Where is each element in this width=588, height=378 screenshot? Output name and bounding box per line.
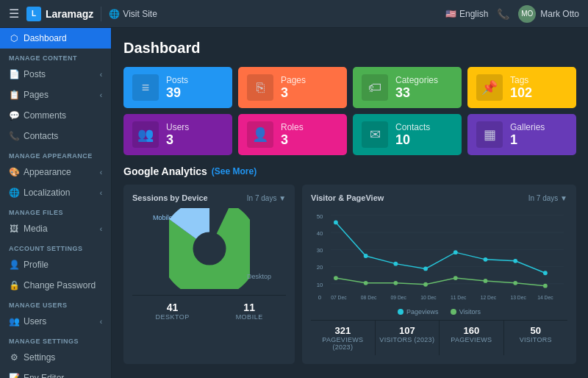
posts-value: 39 [166, 85, 188, 101]
pages-icon: 📋 [9, 90, 19, 100]
svg-point-25 [423, 267, 428, 271]
users-card-info: Users 3 [166, 122, 189, 148]
flag-icon: 🇺🇸 [445, 9, 456, 19]
svg-text:07 Dec: 07 Dec [331, 295, 347, 300]
analytics-header: Google Analytics (See More) [123, 165, 576, 177]
appearance-icon: 🎨 [9, 167, 19, 177]
see-more-link[interactable]: (See More) [212, 166, 257, 176]
language-selector[interactable]: 🇺🇸 English [445, 9, 488, 19]
pie-chart-container: Mobile Desktop [132, 208, 286, 289]
svg-point-32 [393, 281, 398, 285]
sidebar-item-contacts[interactable]: 📞 Contacts [0, 126, 111, 146]
comments-icon: 💬 [9, 110, 19, 121]
sidebar-item-comments[interactable]: 💬 Comments [0, 105, 111, 126]
user-menu[interactable]: MO Mark Otto [518, 5, 579, 23]
stat-card-roles: 👤 Roles 3 [238, 114, 347, 155]
svg-text:14 Dec: 14 Dec [537, 295, 553, 300]
sessions-period[interactable]: In 7 days ▼ [247, 194, 286, 202]
desktop-value: 41 [155, 302, 189, 313]
media-icon: 🖼 [9, 224, 19, 234]
sidebar-item-appearance[interactable]: 🎨 Appearance ‹ [0, 162, 111, 182]
topbar: ☰ L Laramagz 🌐 Visit Site 🇺🇸 English 📞 M… [0, 0, 588, 28]
avatar: MO [518, 5, 536, 23]
section-manage-users: MANAGE USERS [0, 296, 111, 311]
sidebar-item-settings[interactable]: ⚙ Settings [0, 347, 111, 368]
chevron-icon: ‹ [100, 225, 102, 233]
localization-icon: 🌐 [9, 188, 19, 198]
visitor-chart-title: Visitor & PageView [311, 193, 384, 202]
settings-icon: ⚙ [9, 352, 19, 363]
svg-point-24 [393, 262, 398, 266]
pie-stats: 41 DESKTOP 11 MOBILE [132, 295, 286, 321]
pageviews-2023-stat: 321 PAGEVIEWS (2023) [311, 321, 375, 355]
mobile-label-tag: Mobile [153, 214, 173, 221]
roles-label: Roles [281, 122, 304, 132]
sessions-chart-title: Sessions by Device [132, 193, 208, 202]
sidebar-item-posts[interactable]: 📄 Posts ‹ [0, 64, 111, 85]
users-label: Users [166, 122, 189, 132]
stat-card-galleries: ▦ Galleries 1 [467, 114, 576, 155]
sidebar-item-users[interactable]: 👥 Users ‹ [0, 311, 111, 332]
sidebar-item-env-editor[interactable]: 📝 Env Editor [0, 368, 111, 378]
contacts-label: Contacts [395, 122, 430, 132]
mobile-value: 11 [236, 302, 263, 313]
sidebar-item-media[interactable]: 🖼 Media ‹ [0, 218, 111, 239]
svg-text:40: 40 [317, 230, 323, 237]
section-account-settings: ACCOUNT SETTINGS [0, 239, 111, 254]
stat-cards-grid: ≡ Posts 39 ⎘ Pages 3 🏷 Categories 33 [123, 67, 576, 155]
chevron-icon: ‹ [100, 318, 102, 326]
svg-point-22 [334, 221, 338, 225]
visit-site-link[interactable]: 🌐 Visit Site [109, 9, 157, 19]
section-manage-files: MANAGE FILES [0, 203, 111, 218]
pageviews-2023-label: PAGEVIEWS (2023) [314, 336, 371, 351]
visitor-chart-card: Visitor & PageView In 7 days ▼ 50 40 30 … [302, 185, 576, 364]
sidebar-item-profile[interactable]: 👤 Profile [0, 254, 111, 275]
username: Mark Otto [540, 9, 579, 19]
stat-card-pages: ⎘ Pages 3 [238, 67, 347, 108]
sidebar: ⬡ Dashboard MANAGE CONTENT 📄 Posts ‹ 📋 P… [0, 28, 112, 378]
users-value: 3 [166, 132, 189, 148]
phone-icon[interactable]: 📞 [497, 8, 509, 20]
stat-card-users: 👥 Users 3 [123, 114, 232, 155]
section-manage-settings: MANAGE SETTINGS [0, 332, 111, 347]
sidebar-item-change-password[interactable]: 🔒 Change Password [0, 275, 111, 296]
svg-text:0: 0 [318, 294, 321, 301]
svg-point-34 [453, 276, 458, 280]
contacts-card-icon: ✉ [362, 121, 388, 148]
visitor-period[interactable]: In 7 days ▼ [528, 194, 567, 202]
visitor-chart-header: Visitor & PageView In 7 days ▼ [311, 193, 567, 202]
posts-icon: 📄 [9, 69, 19, 79]
chevron-icon: ‹ [100, 189, 102, 197]
stat-card-posts: ≡ Posts 39 [123, 67, 232, 108]
categories-card-info: Categories 33 [395, 75, 438, 101]
pageviews-label: PAGEVIEWS [442, 336, 500, 343]
analytics-grid: Sessions by Device In 7 days ▼ Mobile De… [123, 185, 576, 364]
chevron-icon: ‹ [100, 168, 102, 176]
svg-point-29 [543, 271, 548, 275]
categories-card-icon: 🏷 [362, 74, 388, 101]
visitors-2023-label: VISITORS (2023) [379, 336, 436, 343]
galleries-card-icon: ▦ [476, 121, 503, 148]
stat-card-contacts: ✉ Contacts 10 [353, 114, 462, 155]
svg-text:10 Dec: 10 Dec [420, 295, 437, 300]
brand-icon: L [26, 7, 41, 21]
pages-label: Pages [281, 75, 306, 85]
pages-value: 3 [281, 85, 306, 101]
svg-point-31 [364, 281, 368, 285]
sidebar-item-localization[interactable]: 🌐 Localization ‹ [0, 182, 111, 203]
line-chart-svg: 50 40 30 20 10 0 07 Dec 0 [311, 208, 567, 304]
hamburger-icon[interactable]: ☰ [9, 7, 19, 21]
mobile-label: MOBILE [236, 313, 263, 321]
svg-text:08 Dec: 08 Dec [361, 295, 377, 300]
visitors-2023-stat: 107 VISITORS (2023) [376, 321, 440, 355]
sidebar-item-pages[interactable]: 📋 Pages ‹ [0, 85, 111, 105]
svg-text:13 Dec: 13 Dec [510, 295, 526, 300]
pages-card-icon: ⎘ [247, 74, 273, 101]
topbar-left: ☰ L Laramagz 🌐 Visit Site [9, 7, 157, 21]
visitors-dot [451, 309, 456, 315]
pie-chart-svg [169, 208, 250, 289]
tags-label: Tags [510, 75, 532, 85]
svg-point-33 [423, 282, 428, 287]
desktop-label-tag: Desktop [247, 273, 271, 280]
sidebar-item-dashboard[interactable]: ⬡ Dashboard [0, 28, 111, 49]
